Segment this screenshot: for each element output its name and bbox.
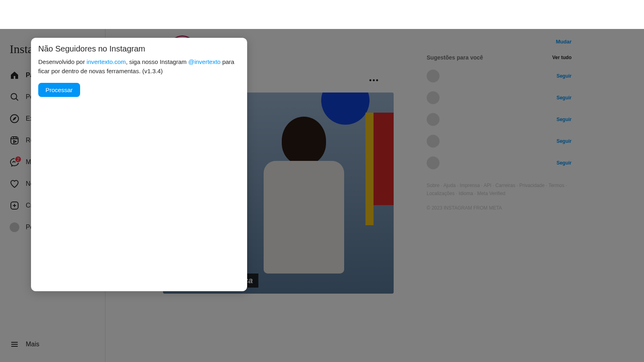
modal-non-followers: Não Seguidores no Instagram Desenvolvido… xyxy=(31,38,247,291)
process-button[interactable]: Processar xyxy=(38,83,80,97)
modal-link-invertexto[interactable]: invertexto.com xyxy=(87,58,126,65)
modal-text: Desenvolvido por xyxy=(38,58,87,65)
modal-link-instagram[interactable]: @invertexto xyxy=(188,58,221,65)
modal-text: , siga nosso Instagram xyxy=(126,58,188,65)
modal-title: Não Seguidores no Instagram xyxy=(38,44,240,53)
modal-body: Desenvolvido por invertexto.com, siga no… xyxy=(38,58,240,76)
